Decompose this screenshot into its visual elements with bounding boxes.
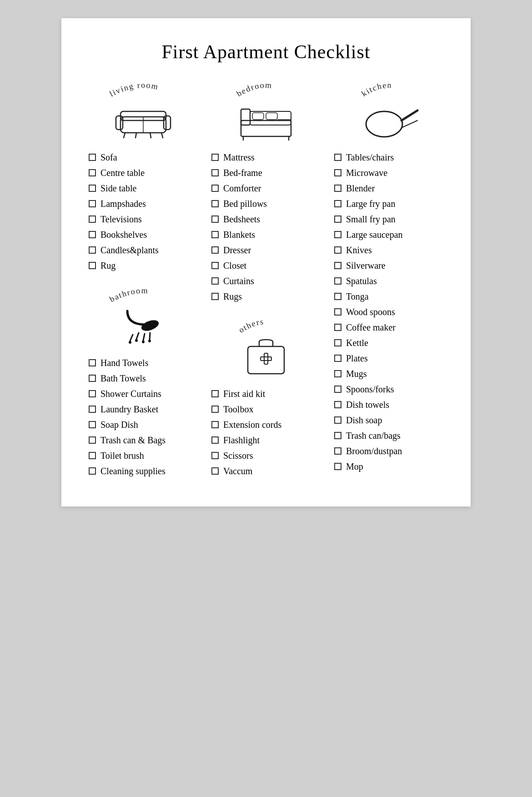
checkbox[interactable] bbox=[211, 390, 219, 397]
checkbox[interactable] bbox=[334, 169, 341, 176]
checkbox[interactable] bbox=[334, 154, 341, 161]
checkbox[interactable] bbox=[334, 216, 341, 223]
checkbox[interactable] bbox=[334, 262, 341, 269]
checkbox[interactable] bbox=[89, 185, 96, 192]
list-item[interactable]: Dish soap bbox=[334, 413, 443, 427]
checkbox[interactable] bbox=[211, 154, 219, 161]
checkbox[interactable] bbox=[89, 406, 96, 413]
list-item[interactable]: Plates bbox=[334, 351, 443, 366]
checkbox[interactable] bbox=[334, 432, 341, 439]
list-item[interactable]: Bedsheets bbox=[211, 212, 321, 226]
list-item[interactable]: Mop bbox=[334, 459, 443, 474]
list-item[interactable]: Blankets bbox=[211, 227, 321, 242]
checkbox[interactable] bbox=[334, 231, 341, 238]
checkbox[interactable] bbox=[334, 463, 341, 470]
checkbox[interactable] bbox=[211, 467, 219, 475]
checkbox[interactable] bbox=[89, 375, 96, 382]
checkbox[interactable] bbox=[89, 359, 96, 366]
list-item[interactable]: Bed-frame bbox=[211, 165, 321, 180]
list-item[interactable]: Vaccum bbox=[211, 464, 321, 478]
list-item[interactable]: Broom/dustpan bbox=[334, 444, 443, 458]
checkbox[interactable] bbox=[89, 262, 96, 269]
list-item[interactable]: Large saucepan bbox=[334, 227, 443, 242]
list-item[interactable]: Sofa bbox=[89, 150, 198, 165]
list-item[interactable]: Side table bbox=[89, 181, 198, 195]
list-item[interactable]: Centre table bbox=[89, 165, 198, 180]
list-item[interactable]: Wood spoons bbox=[334, 305, 443, 319]
checkbox[interactable] bbox=[334, 339, 341, 346]
list-item[interactable]: Knives bbox=[334, 243, 443, 257]
checkbox[interactable] bbox=[334, 355, 341, 362]
checkbox[interactable] bbox=[334, 293, 341, 300]
checkbox[interactable] bbox=[89, 154, 96, 161]
checkbox[interactable] bbox=[89, 246, 96, 254]
checkbox[interactable] bbox=[89, 421, 96, 428]
checkbox[interactable] bbox=[89, 216, 96, 223]
list-item[interactable]: Curtains bbox=[211, 274, 321, 288]
list-item[interactable]: Tonga bbox=[334, 289, 443, 304]
checkbox[interactable] bbox=[334, 324, 341, 331]
checkbox[interactable] bbox=[89, 200, 96, 207]
list-item[interactable]: Bath Towels bbox=[89, 371, 198, 386]
list-item[interactable]: Rug bbox=[89, 258, 198, 273]
checkbox[interactable] bbox=[211, 200, 219, 207]
list-item[interactable]: Spatulas bbox=[334, 274, 443, 288]
list-item[interactable]: Flashlight bbox=[211, 433, 321, 447]
list-item[interactable]: Extension cords bbox=[211, 417, 321, 432]
list-item[interactable]: Large fry pan bbox=[334, 196, 443, 211]
checkbox[interactable] bbox=[334, 401, 341, 408]
checkbox[interactable] bbox=[211, 436, 219, 444]
checkbox[interactable] bbox=[334, 308, 341, 316]
list-item[interactable]: First aid kit bbox=[211, 386, 321, 401]
checkbox[interactable] bbox=[334, 277, 341, 285]
checkbox[interactable] bbox=[334, 185, 341, 192]
list-item[interactable]: Trash can/bags bbox=[334, 428, 443, 443]
checkbox[interactable] bbox=[211, 421, 219, 428]
list-item[interactable]: Lampshades bbox=[89, 196, 198, 211]
checkbox[interactable] bbox=[211, 169, 219, 176]
list-item[interactable]: Toilet brush bbox=[89, 448, 198, 463]
checkbox[interactable] bbox=[89, 436, 96, 444]
checkbox[interactable] bbox=[211, 452, 219, 459]
list-item[interactable]: Cleaning supplies bbox=[89, 464, 198, 478]
checkbox[interactable] bbox=[89, 169, 96, 176]
list-item[interactable]: Coffee maker bbox=[334, 320, 443, 335]
list-item[interactable]: Spoons/forks bbox=[334, 382, 443, 396]
list-item[interactable]: Bed pillows bbox=[211, 196, 321, 211]
checkbox[interactable] bbox=[211, 262, 219, 269]
list-item[interactable]: Trash can & Bags bbox=[89, 433, 198, 447]
checkbox[interactable] bbox=[89, 467, 96, 475]
checkbox[interactable] bbox=[89, 390, 96, 397]
checkbox[interactable] bbox=[211, 406, 219, 413]
checkbox[interactable] bbox=[334, 386, 341, 393]
list-item[interactable]: Dish towels bbox=[334, 397, 443, 412]
list-item[interactable]: Hand Towels bbox=[89, 356, 198, 370]
checkbox[interactable] bbox=[211, 277, 219, 285]
list-item[interactable]: Toolbox bbox=[211, 402, 321, 416]
list-item[interactable]: Rugs bbox=[211, 289, 321, 304]
checkbox[interactable] bbox=[89, 452, 96, 459]
list-item[interactable]: Candles&plants bbox=[89, 243, 198, 257]
checkbox[interactable] bbox=[211, 216, 219, 223]
checkbox[interactable] bbox=[211, 246, 219, 254]
list-item[interactable]: Scissors bbox=[211, 448, 321, 463]
checkbox[interactable] bbox=[211, 293, 219, 300]
list-item[interactable]: Comforter bbox=[211, 181, 321, 195]
list-item[interactable]: Mugs bbox=[334, 366, 443, 381]
list-item[interactable]: Laundry Basket bbox=[89, 402, 198, 416]
list-item[interactable]: Silverware bbox=[334, 258, 443, 273]
checkbox[interactable] bbox=[211, 231, 219, 238]
list-item[interactable]: Blender bbox=[334, 181, 443, 195]
checkbox[interactable] bbox=[334, 200, 341, 207]
list-item[interactable]: Dresser bbox=[211, 243, 321, 257]
checkbox[interactable] bbox=[334, 416, 341, 424]
checkbox[interactable] bbox=[334, 447, 341, 455]
list-item[interactable]: Mattress bbox=[211, 150, 321, 165]
list-item[interactable]: Soap Dish bbox=[89, 417, 198, 432]
list-item[interactable]: Microwave bbox=[334, 165, 443, 180]
list-item[interactable]: Small fry pan bbox=[334, 212, 443, 226]
checkbox[interactable] bbox=[334, 246, 341, 254]
list-item[interactable]: Kettle bbox=[334, 336, 443, 350]
list-item[interactable]: Bookshelves bbox=[89, 227, 198, 242]
list-item[interactable]: Televisions bbox=[89, 212, 198, 226]
